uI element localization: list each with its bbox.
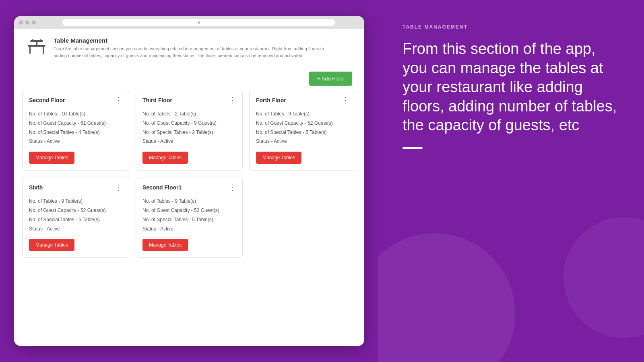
browser-dot-yellow xyxy=(25,21,29,25)
floor-name: Sixth xyxy=(29,184,43,191)
status: Status - Active xyxy=(29,224,122,234)
add-floor-button[interactable]: + Add Floor xyxy=(309,72,352,86)
special-tables: No. of Special Tables - 5 Table(s) xyxy=(29,215,122,224)
floor-card: Forth Floor ⋮ No. of Tables - 9 Table(s)… xyxy=(249,90,356,171)
table-management-icon xyxy=(26,37,47,58)
header-text: Table Management From the table manageme… xyxy=(54,37,335,59)
page-title: Table Management xyxy=(54,37,335,44)
app-header: Table Management From the table manageme… xyxy=(14,29,364,65)
floor-card: Third Floor ⋮ No. of Tables - 2 Table(s)… xyxy=(136,90,243,171)
guest-capacity: No. of Guest Capacity - 9 Guest(s) xyxy=(142,119,236,128)
floor-info: No. of Tables - 10 Table(s) No. of Guest… xyxy=(29,109,122,146)
floor-card-header: Second Floor ⋮ xyxy=(29,97,122,104)
floor-menu-icon[interactable]: ⋮ xyxy=(229,97,236,104)
tables-count: No. of Tables - 9 Table(s) xyxy=(142,197,236,206)
floor-info: No. of Tables - 9 Table(s) No. of Guest … xyxy=(29,197,122,233)
svg-rect-2 xyxy=(43,47,44,54)
svg-rect-6 xyxy=(40,39,41,41)
floor-menu-icon[interactable]: ⋮ xyxy=(342,97,349,104)
add-floor-area: + Add Floor xyxy=(14,65,364,90)
guest-capacity: No. of Guest Capacity - 52 Guest(s) xyxy=(256,119,349,128)
tables-count: No. of Tables - 9 Table(s) xyxy=(256,109,349,119)
guest-capacity: No. of Guest Capacity - 52 Guest(s) xyxy=(29,206,122,215)
special-tables: No. of Special Tables - 5 Table(s) xyxy=(142,215,236,224)
browser-dot-green xyxy=(32,21,36,25)
floors-grid: Second Floor ⋮ No. of Tables - 10 Table(… xyxy=(22,90,356,258)
manage-tables-button[interactable]: Manage Tables xyxy=(29,239,74,251)
page-description: From the table management section you ca… xyxy=(54,45,335,59)
floor-name: Third Floor xyxy=(142,97,172,103)
manage-tables-button[interactable]: Manage Tables xyxy=(256,152,301,164)
url-dot xyxy=(198,21,200,24)
browser-titlebar xyxy=(14,16,364,29)
app-content: Table Management From the table manageme… xyxy=(14,29,364,346)
guest-capacity: No. of Guest Capacity - 61 Guest(s) xyxy=(29,119,122,128)
tables-count: No. of Tables - 9 Table(s) xyxy=(29,197,122,206)
floor-card-header: Forth Floor ⋮ xyxy=(256,97,349,104)
status: Status - Active xyxy=(142,137,236,146)
floors-container: Second Floor ⋮ No. of Tables - 10 Table(… xyxy=(14,90,364,344)
manage-tables-button[interactable]: Manage Tables xyxy=(142,239,188,251)
right-panel: TABLE MANAGEMENT From this section of th… xyxy=(378,0,644,362)
section-label: TABLE MANAGEMENT xyxy=(402,24,620,30)
main-description: From this section of the app, you can ma… xyxy=(402,39,620,135)
floor-menu-icon[interactable]: ⋮ xyxy=(229,184,236,191)
status: Status - Active xyxy=(29,137,122,146)
browser-url-bar xyxy=(62,19,335,26)
floor-info: No. of Tables - 2 Table(s) No. of Guest … xyxy=(142,109,236,146)
floor-card: Sixth ⋮ No. of Tables - 9 Table(s) No. o… xyxy=(22,177,129,258)
special-tables: No. of Special Tables - 4 Table(s) xyxy=(29,128,122,137)
manage-tables-button[interactable]: Manage Tables xyxy=(29,152,74,164)
tables-count: No. of Tables - 10 Table(s) xyxy=(29,109,122,119)
status: Status - Active xyxy=(142,224,236,234)
floor-card-header: Second Floor1 ⋮ xyxy=(142,184,236,191)
divider xyxy=(402,147,423,149)
guest-capacity: No. of Guest Capacity - 52 Guest(s) xyxy=(142,206,236,215)
floor-card-header: Sixth ⋮ xyxy=(29,184,122,191)
floor-name: Second Floor xyxy=(29,97,65,103)
floor-menu-icon[interactable]: ⋮ xyxy=(115,97,122,104)
browser-mockup: Table Management From the table manageme… xyxy=(14,16,364,346)
floor-name: Second Floor1 xyxy=(142,184,182,191)
floor-card: Second Floor1 ⋮ No. of Tables - 9 Table(… xyxy=(136,177,243,258)
floor-info: No. of Tables - 9 Table(s) No. of Guest … xyxy=(256,109,349,146)
browser-dot-red xyxy=(19,21,23,25)
floor-menu-icon[interactable]: ⋮ xyxy=(115,184,122,191)
tables-count: No. of Tables - 2 Table(s) xyxy=(142,109,236,119)
floor-info: No. of Tables - 9 Table(s) No. of Guest … xyxy=(142,197,236,233)
floor-name: Forth Floor xyxy=(256,97,286,103)
special-tables: No. of Special Tables - 2 Table(s) xyxy=(142,128,236,137)
floor-card-header: Third Floor ⋮ xyxy=(142,97,236,104)
status: Status - Active xyxy=(256,137,349,146)
special-tables: No. of Special Tables - 5 Table(s) xyxy=(256,128,349,137)
svg-rect-1 xyxy=(29,47,31,54)
floor-card: Second Floor ⋮ No. of Tables - 10 Table(… xyxy=(22,90,129,171)
svg-rect-5 xyxy=(32,39,33,41)
left-panel: Table Management From the table manageme… xyxy=(0,0,378,362)
manage-tables-button[interactable]: Manage Tables xyxy=(142,152,188,164)
